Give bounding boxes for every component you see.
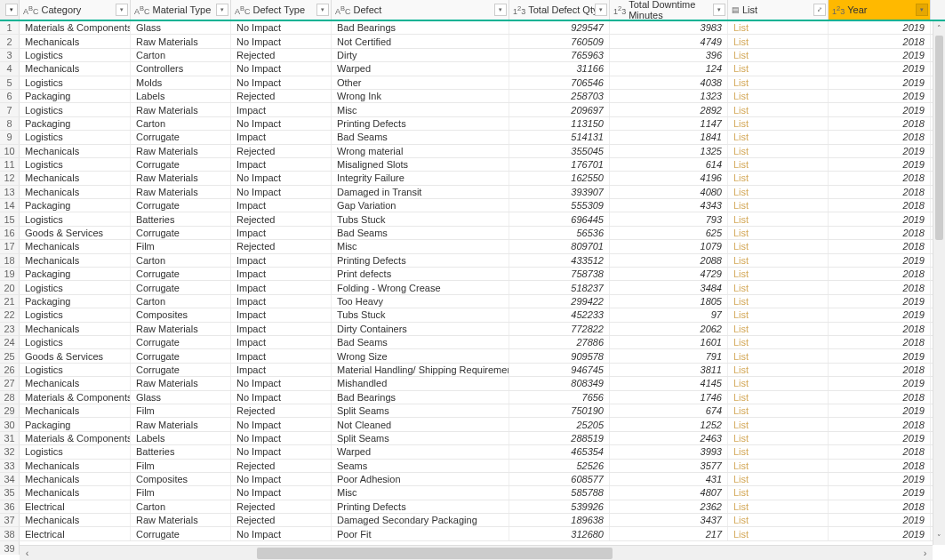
row-number[interactable]: 36 [0,500,20,513]
filter-dropdown-icon[interactable]: ▾ [116,4,128,16]
cell-category[interactable]: Packaging [20,90,131,102]
cell-defect-type[interactable]: Rejected [231,212,332,225]
cell-year[interactable]: 2019 [829,21,931,34]
corner-cell[interactable]: ▦ ▾ [0,0,20,20]
cell-year[interactable]: 2018 [829,418,931,430]
vertical-scrollbar[interactable]: ˄ ˅ [933,21,945,545]
cell-qty[interactable]: 518237 [509,281,610,293]
cell-qty[interactable]: 929547 [509,21,610,34]
cell-defect[interactable]: Misc [332,240,509,252]
cell-list[interactable]: List [728,90,829,102]
cell-defect-type[interactable]: No Impact [231,432,332,444]
table-row[interactable]: 16Goods & ServicesCorrugateImpactBad Sea… [0,227,945,240]
row-number[interactable]: 16 [0,227,20,239]
table-row[interactable]: 24LogisticsCorrugateImpactBad Seams27886… [0,336,945,349]
cell-downtime[interactable]: 2463 [610,432,728,444]
cell-qty[interactable]: 909578 [509,349,610,362]
cell-defect[interactable]: Bad Seams [332,131,509,143]
cell-defect[interactable]: Poor Adhesion [332,473,509,485]
cell-material[interactable]: Raw Materials [131,323,231,335]
cell-category[interactable]: Mechanicals [20,172,131,184]
table-row[interactable]: 27MechanicalsRaw MaterialsNo ImpactMisha… [0,377,945,390]
cell-defect[interactable]: Warped [332,62,509,75]
table-row[interactable]: 1Materials & ComponentsGlassNo ImpactBad… [0,21,945,35]
cell-list[interactable]: List [728,473,829,485]
cell-list[interactable]: List [728,186,829,198]
table-row[interactable]: 18MechanicalsCartonImpactPrinting Defect… [0,254,945,268]
cell-year[interactable]: 2018 [829,445,931,458]
table-row[interactable]: 11LogisticsCorrugateImpactMisaligned Slo… [0,158,945,172]
header-material[interactable]: ABC Material Type ▾ [131,0,231,20]
cell-material[interactable]: Corrugate [131,336,231,348]
row-number[interactable]: 1 [0,21,20,34]
row-number[interactable]: 7 [0,103,20,116]
scroll-left-icon[interactable]: ‹ [20,546,35,561]
cell-year[interactable]: 2019 [829,295,931,308]
cell-material[interactable]: Corrugate [131,281,231,293]
cell-defect[interactable]: Wrong Size [332,349,509,362]
cell-downtime[interactable]: 1079 [610,240,728,252]
cell-list[interactable]: List [728,391,829,404]
row-number[interactable]: 37 [0,514,20,526]
cell-defect[interactable]: Integrity Failure [332,172,509,184]
row-number[interactable]: 25 [0,349,20,362]
cell-list[interactable]: List [728,486,829,499]
cell-material[interactable]: Carton [131,49,231,61]
cell-list[interactable]: List [728,49,829,61]
cell-list[interactable]: List [728,199,829,212]
cell-category[interactable]: Mechanicals [20,460,131,472]
cell-material[interactable]: Raw Materials [131,377,231,389]
cell-defect[interactable]: Gap Variation [332,199,509,212]
cell-qty[interactable]: 514131 [509,131,610,143]
cell-category[interactable]: Packaging [20,295,131,308]
scroll-track[interactable] [933,36,945,531]
cell-category[interactable]: Electrical [20,527,131,540]
cell-list[interactable]: List [728,308,829,321]
row-number[interactable]: 18 [0,254,20,267]
cell-downtime[interactable]: 217 [610,527,728,540]
cell-defect-type[interactable]: No Impact [231,486,332,499]
cell-category[interactable]: Mechanicals [20,186,131,198]
row-number[interactable]: 31 [0,432,20,444]
cell-category[interactable]: Goods & Services [20,227,131,239]
table-row[interactable]: 20LogisticsCorrugateImpactFolding - Wron… [0,281,945,294]
table-row[interactable]: 26LogisticsCorrugateImpactMaterial Handl… [0,364,945,377]
row-number[interactable]: 33 [0,460,20,472]
cell-list[interactable]: List [728,527,829,540]
cell-category[interactable]: Logistics [20,131,131,143]
cell-year[interactable]: 2019 [829,49,931,61]
cell-list[interactable]: List [728,281,829,293]
cell-downtime[interactable]: 2362 [610,500,728,513]
cell-qty[interactable]: 760509 [509,35,610,47]
cell-year[interactable]: 2018 [829,268,931,280]
cell-defect-type[interactable]: Rejected [231,514,332,526]
cell-defect[interactable]: Bad Bearings [332,21,509,34]
cell-category[interactable]: Logistics [20,364,131,376]
cell-material[interactable]: Corrugate [131,158,231,171]
cell-list[interactable]: List [728,323,829,335]
cell-defect-type[interactable]: Impact [231,103,332,116]
cell-list[interactable]: List [728,103,829,116]
cell-material[interactable]: Raw Materials [131,514,231,526]
row-number[interactable]: 15 [0,212,20,225]
cell-defect[interactable]: Tubs Stuck [332,308,509,321]
table-row[interactable]: 4MechanicalsControllersNo ImpactWarped31… [0,62,945,76]
cell-qty[interactable]: 706546 [509,76,610,89]
cell-category[interactable]: Mechanicals [20,240,131,252]
header-defect[interactable]: ABC Defect ▾ [332,0,509,20]
cell-defect[interactable]: Bad Seams [332,227,509,239]
cell-list[interactable]: List [728,35,829,47]
cell-list[interactable]: List [728,145,829,157]
cell-material[interactable]: Film [131,486,231,499]
cell-material[interactable]: Raw Materials [131,186,231,198]
table-row[interactable]: 5LogisticsMoldsNo ImpactOther7065464038L… [0,76,945,90]
cell-defect[interactable]: Warped [332,445,509,458]
cell-downtime[interactable]: 1147 [610,117,728,130]
row-number[interactable]: 14 [0,199,20,212]
header-qty[interactable]: 123 Total Defect Qty ▾ [509,0,610,20]
cell-material[interactable]: Raw Materials [131,418,231,430]
cell-year[interactable]: 2018 [829,186,931,198]
cell-qty[interactable]: 433512 [509,254,610,267]
table-row[interactable]: 17MechanicalsFilmRejectedMisc8097011079L… [0,240,945,253]
cell-defect[interactable]: Dirty [332,49,509,61]
